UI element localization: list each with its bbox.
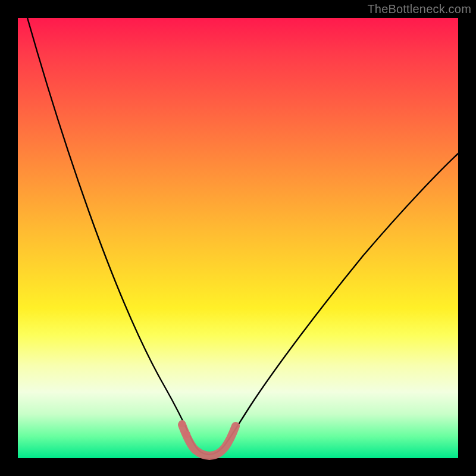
- curve-layer: [18, 18, 458, 458]
- highlight-dot: [178, 420, 186, 427]
- highlight-band: [182, 425, 236, 456]
- highlight-dot: [183, 431, 190, 438]
- chart-frame: TheBottleneck.com: [0, 0, 476, 476]
- plot-area: [18, 18, 458, 458]
- watermark-text: TheBottleneck.com: [367, 2, 471, 16]
- bottleneck-curve: [27, 18, 458, 455]
